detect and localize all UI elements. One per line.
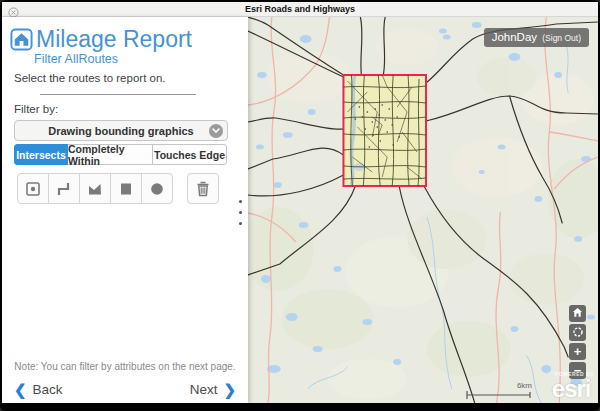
next-label: Next — [190, 382, 218, 397]
mileage-report-panel: Mileage Report Filter AllRoutes Select t… — [2, 17, 248, 403]
zoom-in-button[interactable]: + — [569, 343, 586, 360]
home-extent-button[interactable] — [569, 305, 586, 322]
tab-intersects[interactable]: Intersects — [14, 144, 68, 165]
polygon-icon — [87, 181, 103, 197]
home-icon — [10, 28, 33, 51]
wizard-footer: ❮ Back Next ❯ — [14, 382, 236, 397]
instruction-text: Select the routes to report on. — [14, 72, 166, 84]
circle-tool-button[interactable] — [141, 173, 173, 204]
locate-button[interactable] — [569, 324, 586, 341]
page-subtitle: Filter AllRoutes — [34, 52, 118, 66]
back-button[interactable]: ❮ Back — [14, 382, 63, 397]
tab-completely-within[interactable]: Completely Within — [67, 144, 153, 165]
polyline-icon — [56, 181, 72, 197]
polygon-tool-button[interactable] — [79, 173, 111, 204]
polyline-tool-button[interactable] — [48, 173, 80, 204]
dropdown-selected-value: Drawing bounding graphics — [48, 125, 193, 137]
trash-icon — [195, 181, 211, 197]
sign-out-label: (Sign Out) — [542, 33, 581, 43]
map-canvas[interactable] — [248, 17, 598, 403]
locate-icon — [572, 326, 584, 340]
point-tool-button[interactable] — [17, 173, 49, 204]
spatial-relation-tabs: Intersects Completely Within Touches Edg… — [14, 144, 228, 165]
chevron-right-icon: ❯ — [223, 382, 236, 397]
scale-line — [466, 390, 532, 400]
map-controls: + − — [569, 305, 586, 381]
username: JohnDay — [492, 31, 537, 43]
tab-touches-edge[interactable]: Touches Edge — [152, 144, 227, 165]
point-icon — [25, 181, 41, 197]
esri-logo: esri — [552, 377, 594, 401]
divider — [40, 94, 196, 95]
filter-method-dropdown[interactable]: Drawing bounding graphics — [14, 120, 228, 141]
rectangle-tool-button[interactable] — [110, 173, 142, 204]
app-window: Esri Roads and Highways Mileage Report F… — [0, 0, 600, 411]
close-icon[interactable] — [8, 4, 19, 15]
title-bar: Esri Roads and Highways — [2, 2, 598, 17]
draw-toolbar — [17, 173, 219, 204]
selection-rectangle[interactable] — [343, 75, 426, 186]
clear-graphics-button[interactable] — [187, 173, 219, 204]
window-title: Esri Roads and Highways — [245, 4, 355, 14]
page-title: Mileage Report — [36, 26, 192, 53]
scale-bar: 6km 4mi — [466, 381, 538, 403]
filter-by-label: Filter by: — [14, 103, 58, 115]
chevron-left-icon: ❮ — [14, 382, 27, 397]
home-icon — [572, 307, 583, 320]
next-button[interactable]: Next ❯ — [190, 382, 236, 397]
circle-icon — [149, 181, 165, 197]
rectangle-icon — [118, 181, 134, 197]
esri-attribution: POWERED BY esri — [552, 372, 594, 401]
panel-collapse-handle[interactable] — [239, 196, 242, 229]
note-text: Note: You can filter by attributes on th… — [2, 361, 248, 372]
scale-km-label: 6km — [517, 381, 532, 390]
chevron-down-icon[interactable] — [209, 124, 223, 138]
back-label: Back — [33, 382, 63, 397]
map-view[interactable]: JohnDay (Sign Out) — [248, 17, 598, 403]
user-sign-out-button[interactable]: JohnDay (Sign Out) — [484, 28, 589, 47]
